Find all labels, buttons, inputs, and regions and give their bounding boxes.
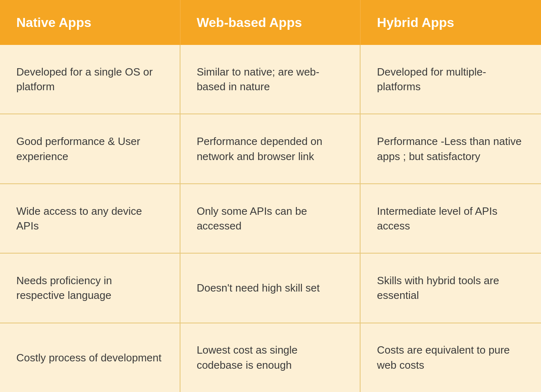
header-web-apps-label: Web-based Apps (197, 15, 302, 30)
row1-native: Developed for a single OS or platform (0, 45, 180, 114)
row4-hybrid: Skills with hybrid tools are essential (361, 254, 541, 322)
table-row: Developed for a single OS or platform Si… (0, 45, 541, 114)
row2-hybrid: Performance -Less than native apps ; but… (361, 114, 541, 183)
header-hybrid-apps: Hybrid Apps (361, 0, 541, 45)
row1-hybrid: Developed for multiple-platforms (361, 45, 541, 114)
row2-web: Performance depended on network and brow… (180, 114, 361, 183)
header-web-apps: Web-based Apps (180, 0, 361, 45)
comparison-table: Native Apps Web-based Apps Hybrid Apps D… (0, 0, 541, 392)
table-row: Costly process of development Lowest cos… (0, 323, 541, 392)
table-row: Wide access to any device APIs Only some… (0, 184, 541, 254)
row4-native: Needs proficiency in respective language (0, 254, 180, 322)
table-body: Developed for a single OS or platform Si… (0, 45, 541, 392)
row5-hybrid: Costs are equivalent to pure web costs (361, 323, 541, 392)
row2-native: Good performance & User experience (0, 114, 180, 183)
row3-native: Wide access to any device APIs (0, 184, 180, 253)
row5-native: Costly process of development (0, 323, 180, 392)
row1-web: Similar to native; are web-based in natu… (180, 45, 361, 114)
row4-web: Doesn't need high skill set (180, 254, 361, 322)
table-row: Good performance & User experience Perfo… (0, 114, 541, 184)
row3-hybrid: Intermediate level of APIs access (361, 184, 541, 253)
header-native-apps: Native Apps (0, 0, 180, 45)
header-hybrid-apps-label: Hybrid Apps (377, 15, 454, 30)
row5-web: Lowest cost as single codebase is enough (180, 323, 361, 392)
table-header: Native Apps Web-based Apps Hybrid Apps (0, 0, 541, 45)
row3-web: Only some APIs can be accessed (180, 184, 361, 253)
header-native-apps-label: Native Apps (16, 15, 91, 30)
table-row: Needs proficiency in respective language… (0, 254, 541, 323)
